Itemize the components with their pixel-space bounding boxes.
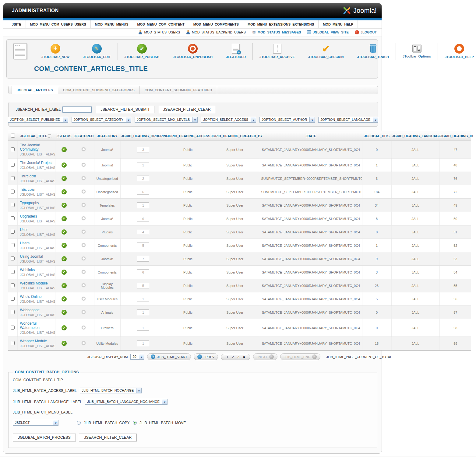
row-checkbox[interactable] bbox=[11, 310, 15, 314]
row-checkbox[interactable] bbox=[11, 230, 15, 234]
ordering-input[interactable] bbox=[137, 296, 149, 302]
row-checkbox[interactable] bbox=[11, 243, 15, 247]
ordering-input[interactable] bbox=[137, 189, 149, 195]
row-checkbox[interactable] bbox=[11, 203, 15, 207]
article-title-link[interactable]: Wobbegone bbox=[20, 308, 40, 312]
unfeatured-icon[interactable] bbox=[82, 256, 86, 260]
article-title-link[interactable]: The Joomla! Community bbox=[20, 143, 54, 152]
article-title-link[interactable]: The Joomla! Project bbox=[20, 161, 53, 165]
menu-item[interactable]: MOD_MENU_COMPONENTS bbox=[189, 20, 243, 28]
filter-select[interactable]: JOPTION_SELECT_AUTHOR ∨ bbox=[259, 117, 315, 123]
unfeatured-icon[interactable] bbox=[82, 326, 86, 330]
unfeatured-icon[interactable] bbox=[82, 283, 86, 287]
column-header-id[interactable]: JGRID_HEADING_ID bbox=[439, 131, 471, 141]
published-icon[interactable]: ✔ bbox=[62, 243, 67, 248]
column-header-created-by[interactable]: JGRID_HEADING_CREATED_BY bbox=[210, 131, 260, 141]
filter-select[interactable]: JOPTION_SELECT_LANGUAGE ∨ bbox=[318, 117, 378, 123]
published-icon[interactable]: ✔ bbox=[62, 283, 67, 288]
toolbar-button[interactable]: JTOOLBAR_NEW bbox=[35, 43, 76, 60]
batch-move-radio[interactable] bbox=[133, 421, 137, 425]
article-title-link[interactable]: Tiệc cưới bbox=[20, 187, 35, 192]
pagination-page[interactable]: 4 bbox=[241, 355, 247, 359]
toolbar-button[interactable]: JTOOLBAR_PUBLISH bbox=[118, 43, 166, 60]
row-checkbox[interactable] bbox=[11, 297, 15, 301]
published-icon[interactable]: ✔ bbox=[62, 162, 67, 168]
row-checkbox[interactable] bbox=[11, 326, 15, 330]
batch-menu-select[interactable]: JSELECT ∨ bbox=[13, 420, 58, 426]
pagination-end-button[interactable]: JLIB_HTML_END ► bbox=[280, 353, 320, 360]
pagination-prev-button[interactable]: ◄ JPREV bbox=[194, 353, 218, 360]
toolbar-button[interactable]: JTOOLBAR_TRASH bbox=[351, 43, 396, 60]
published-icon[interactable]: ✔ bbox=[62, 203, 67, 208]
unfeatured-icon[interactable] bbox=[82, 176, 86, 180]
row-checkbox[interactable] bbox=[11, 163, 15, 167]
toolbar-button[interactable]: JTOOLBAR_CHECKIN bbox=[301, 43, 351, 60]
article-title-link[interactable]: Users bbox=[20, 241, 30, 245]
pagination-page[interactable]: 3 bbox=[236, 355, 241, 359]
column-header-access[interactable]: JGRID_HEADING_ACCESS bbox=[166, 131, 210, 141]
toolbar-button[interactable]: JTOOLBAR_HELP bbox=[438, 43, 476, 60]
search-input[interactable] bbox=[62, 106, 92, 113]
pagination-page[interactable]: 2 bbox=[230, 355, 236, 359]
column-header-hits[interactable]: JGLOBAL_HITS bbox=[362, 131, 391, 141]
article-title-link[interactable]: Weblinks Module bbox=[20, 281, 48, 285]
published-icon[interactable]: ✔ bbox=[62, 216, 67, 221]
batch-access-select[interactable]: JLIB_HTML_BATCH_NOCHANGE ∨ bbox=[80, 388, 142, 393]
published-icon[interactable]: ✔ bbox=[62, 341, 67, 346]
pagination-start-button[interactable]: ◄ JLIB_HTML_START bbox=[147, 353, 191, 360]
published-icon[interactable]: ✔ bbox=[62, 189, 67, 194]
tab[interactable]: JGLOBAL_ARTICLES bbox=[12, 86, 58, 94]
article-title-link[interactable]: Upgraders bbox=[20, 214, 37, 218]
menu-item[interactable]: MOD_MENU_HELP bbox=[319, 20, 358, 28]
menu-item[interactable]: JSITE bbox=[8, 20, 26, 28]
unfeatured-icon[interactable] bbox=[82, 341, 86, 345]
toolbar-button[interactable]: JFEATURED bbox=[219, 43, 252, 60]
unfeatured-icon[interactable] bbox=[82, 297, 86, 301]
tab[interactable]: COM_CONTENT_SUBMENU_FEATURED bbox=[140, 86, 217, 94]
article-title-link[interactable]: Wonderful Watermelon bbox=[20, 321, 54, 330]
column-header-featured[interactable]: JFEATURED bbox=[73, 131, 94, 141]
ordering-input[interactable] bbox=[137, 216, 149, 222]
unfeatured-icon[interactable] bbox=[82, 190, 86, 194]
article-title-link[interactable]: Wrapper Module bbox=[20, 339, 47, 343]
batch-clear-button[interactable]: JSEARCH_FILTER_CLEAR bbox=[79, 434, 137, 441]
menu-item[interactable]: MOD_MENU_COM_USERS_USERS bbox=[26, 20, 91, 28]
toolbar-button[interactable]: JTOOLBAR_ARCHIVE bbox=[252, 43, 301, 60]
row-checkbox[interactable] bbox=[11, 283, 15, 287]
ordering-input[interactable] bbox=[137, 229, 149, 235]
ordering-input[interactable] bbox=[137, 309, 149, 315]
column-header-ordering[interactable]: JGRID_HEADING_ORDERING bbox=[120, 131, 166, 141]
article-title-link[interactable]: Typography bbox=[20, 201, 39, 205]
row-checkbox[interactable] bbox=[11, 341, 15, 345]
unfeatured-icon[interactable] bbox=[82, 230, 86, 234]
pagination-page[interactable]: 1 bbox=[224, 355, 230, 359]
display-num-select[interactable]: 20 ∨ bbox=[130, 354, 144, 360]
row-checkbox[interactable] bbox=[11, 190, 15, 194]
filter-clear-button[interactable]: JSEARCH_FILTER_CLEAR bbox=[159, 106, 215, 113]
row-checkbox[interactable] bbox=[11, 270, 15, 274]
filter-select[interactable]: JOPTION_SELECT_ACCESS ∨ bbox=[201, 117, 256, 123]
unfeatured-icon[interactable] bbox=[82, 163, 86, 167]
published-icon[interactable]: ✔ bbox=[62, 325, 67, 330]
published-icon[interactable]: ✔ bbox=[62, 256, 67, 261]
article-title-link[interactable]: Weblinks bbox=[20, 268, 35, 272]
status-item[interactable]: MOD_STATUS_BACKEND_USERS bbox=[186, 30, 246, 34]
toolbar-button[interactable]: JTOOLBAR_EDIT bbox=[76, 43, 117, 60]
unfeatured-icon[interactable] bbox=[82, 310, 86, 314]
batch-process-button[interactable]: JGLOBAL_BATCH_PROCESS bbox=[13, 434, 76, 441]
published-icon[interactable]: ✔ bbox=[62, 296, 67, 302]
ordering-input[interactable] bbox=[137, 147, 149, 152]
ordering-input[interactable] bbox=[137, 269, 149, 275]
column-header-date[interactable]: JDATE bbox=[260, 131, 362, 141]
menu-item[interactable]: MOD_MENU_MENUS bbox=[91, 20, 133, 28]
column-header-status[interactable]: JSTATUS bbox=[55, 131, 73, 141]
article-title-link[interactable]: User bbox=[20, 228, 28, 232]
column-header-title[interactable]: JGLOBAL_TITLE bbox=[17, 131, 55, 141]
ordering-input[interactable] bbox=[137, 283, 149, 288]
status-item[interactable]: MOD_STATUS_MESSAGES bbox=[252, 30, 301, 34]
unfeatured-icon[interactable] bbox=[82, 270, 86, 274]
published-icon[interactable]: ✔ bbox=[62, 310, 67, 315]
ordering-input[interactable] bbox=[137, 256, 149, 262]
filter-select[interactable]: JOPTION_SELECT_MAX_LEVELS ∨ bbox=[135, 117, 198, 123]
toolbar-button[interactable]: JToolbar_Options bbox=[396, 43, 438, 60]
